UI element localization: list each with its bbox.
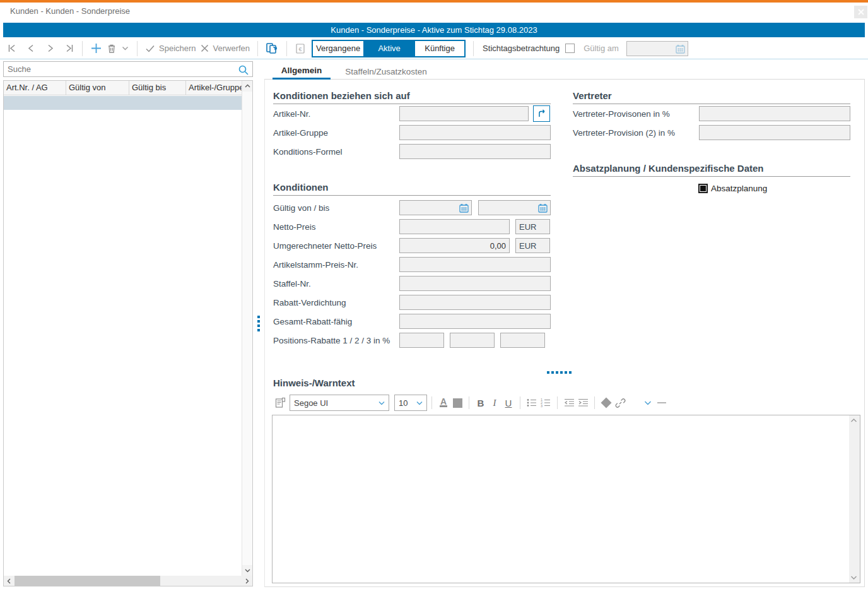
rabatt-verdichtung-input[interactable] [399,295,551,310]
save-label: Speichern [159,44,196,53]
chevron-down-icon[interactable] [850,574,858,581]
symbol-button[interactable] [599,395,613,410]
calendar-icon[interactable] [459,203,469,213]
scroll-up-button[interactable] [242,81,252,92]
close-button[interactable] [854,6,867,18]
umgerechneter-netto-preis-input[interactable] [399,238,510,253]
highlight-color-button[interactable] [450,395,464,410]
jump-to-artikel-button[interactable] [533,105,550,122]
search-input[interactable] [8,63,235,75]
trash-icon [106,43,117,54]
artikelstamm-preis-nr-input[interactable] [399,257,551,272]
panel-splitter-handle[interactable] [253,59,264,587]
selected-list-row[interactable] [4,96,242,110]
first-record-icon [7,43,18,54]
horizontal-splitter-handle[interactable] [547,371,572,374]
artikel-gruppe-input[interactable] [399,125,551,140]
positions-rabatt-2-input[interactable] [450,333,495,348]
currency-box: EUR [515,238,550,253]
delete-record-button[interactable] [104,42,119,56]
add-record-button[interactable] [88,41,104,56]
save-button[interactable]: Speichern [143,42,198,55]
font-color-button[interactable]: A [437,395,450,410]
italic-icon: I [493,398,496,408]
gueltig-bis-date-field[interactable] [478,200,551,215]
gesamt-rabatt-faehig-input[interactable] [399,314,551,329]
invoice-button[interactable]: € [293,42,308,56]
collapse-toolbar-button[interactable] [655,395,669,410]
tab-staffeln-zusatzkosten[interactable]: Staffeln/Zusatzkosten [339,63,433,80]
more-options-button[interactable] [641,395,655,410]
field-row: Rabatt-Verdichtung [273,293,551,312]
column-header-gueltig-von[interactable]: Gültig von [66,81,129,95]
last-record-button[interactable] [62,42,76,55]
calendar-icon[interactable] [675,44,686,54]
filter-tab-aktive[interactable]: Aktive [363,41,414,56]
underline-button[interactable]: U [501,395,515,410]
list-vertical-scrollbar[interactable] [242,81,252,576]
bold-button[interactable]: B [474,395,488,410]
chevron-down-icon [416,400,423,407]
toolbar-separator [82,41,83,56]
staffel-nr-input[interactable] [399,276,551,291]
font-family-select[interactable]: Segoe UI [290,395,389,411]
column-header-artikel-gruppe[interactable]: Artikel-/Gruppe [186,81,242,95]
toolbar-separator [469,396,469,409]
stichtag-label: Stichtagsbetrachtung [483,44,560,53]
positions-rabatt-3-input[interactable] [500,333,545,348]
toolbar-separator [473,41,474,56]
scroll-right-button[interactable] [242,576,252,586]
jump-arrow-icon [537,109,547,119]
absatzplanung-checkbox[interactable] [698,184,708,193]
previous-record-button[interactable] [24,42,38,55]
column-header-artnr[interactable]: Art.Nr. / AG [4,81,66,95]
text-snippet-button[interactable] [273,395,287,410]
artikel-nr-input[interactable] [399,106,529,121]
chevron-up-icon[interactable] [850,417,858,424]
italic-button[interactable]: I [488,395,501,410]
positions-rabatt-1-input[interactable] [399,333,444,348]
calendar-icon[interactable] [537,203,548,213]
tab-allgemein[interactable]: Allgemein [273,63,331,80]
field-label: Vertreter-Provision (2) in % [573,128,699,138]
diamond-icon [601,398,612,408]
gueltig-von-date-field[interactable] [399,200,472,215]
scroll-left-button[interactable] [4,576,15,586]
konditions-formel-input[interactable] [399,144,551,159]
discard-button[interactable]: Verwerfen [198,42,252,54]
outdent-button[interactable] [562,395,576,410]
first-record-button[interactable] [5,42,20,55]
editor-vertical-scrollbar[interactable] [849,415,860,583]
stichtag-checkbox[interactable] [565,44,575,53]
numbered-list-button[interactable]: 123 [539,395,553,410]
scroll-down-button[interactable] [242,565,252,576]
vertreter-provision-input[interactable] [699,106,850,121]
record-title: Kunden - Sonderpreise - Aktive zum Stich… [331,25,537,35]
list-horizontal-scrollbar[interactable] [4,576,252,586]
scrollbar-thumb[interactable] [15,576,160,586]
field-label: Artikelstamm-Preis-Nr. [273,260,399,270]
field-row: Positions-Rabatte 1 / 2 / 3 in % [273,331,551,350]
font-size-select[interactable]: 10 [394,395,427,411]
search-icon[interactable] [238,64,249,76]
next-record-button[interactable] [43,42,57,55]
delete-options-button[interactable] [119,43,131,54]
field-label: Positions-Rabatte 1 / 2 / 3 in % [273,336,399,345]
discard-label: Verwerfen [213,44,250,53]
filter-tab-kuenftige[interactable]: Künftige [414,41,464,56]
previous-record-icon [26,43,37,54]
currency-box: EUR [515,219,550,234]
hinweis-text-area[interactable] [273,415,849,583]
gueltig-am-date-field[interactable] [626,41,688,56]
indent-button[interactable] [576,395,590,410]
netto-preis-input[interactable] [399,219,510,234]
switch-record-icon [266,42,279,55]
main-toolbar: Speichern Verwerfen € Vergangene Aktive … [0,38,868,59]
font-size-value: 10 [399,398,408,408]
bullet-list-button[interactable] [525,395,539,410]
vertreter-provision-2-input[interactable] [699,125,850,140]
filter-tab-vergangene[interactable]: Vergangene [313,41,363,56]
hyperlink-button[interactable] [613,395,627,410]
column-header-gueltig-bis[interactable]: Gültig bis [129,81,186,95]
switch-record-button[interactable] [264,41,281,56]
